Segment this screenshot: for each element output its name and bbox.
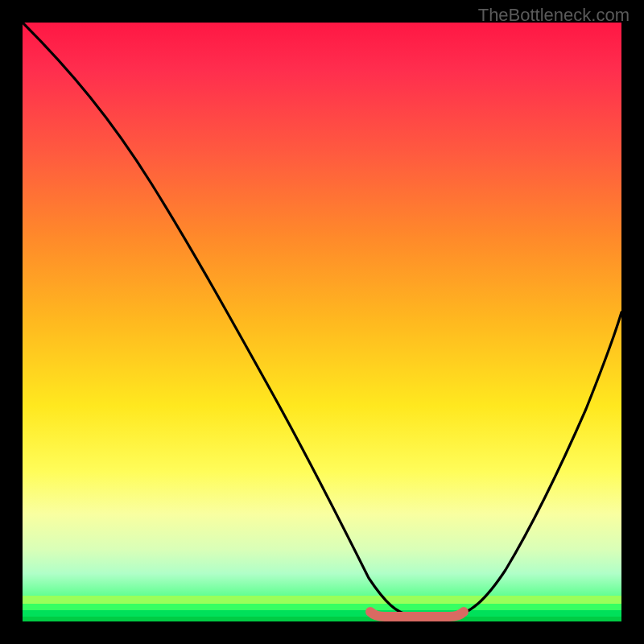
optimal-zone-marker	[370, 612, 464, 617]
bottleneck-curve	[23, 23, 621, 616]
chart-plot-area	[23, 23, 621, 621]
chart-svg	[23, 23, 621, 621]
watermark-text: TheBottleneck.com	[478, 5, 630, 26]
